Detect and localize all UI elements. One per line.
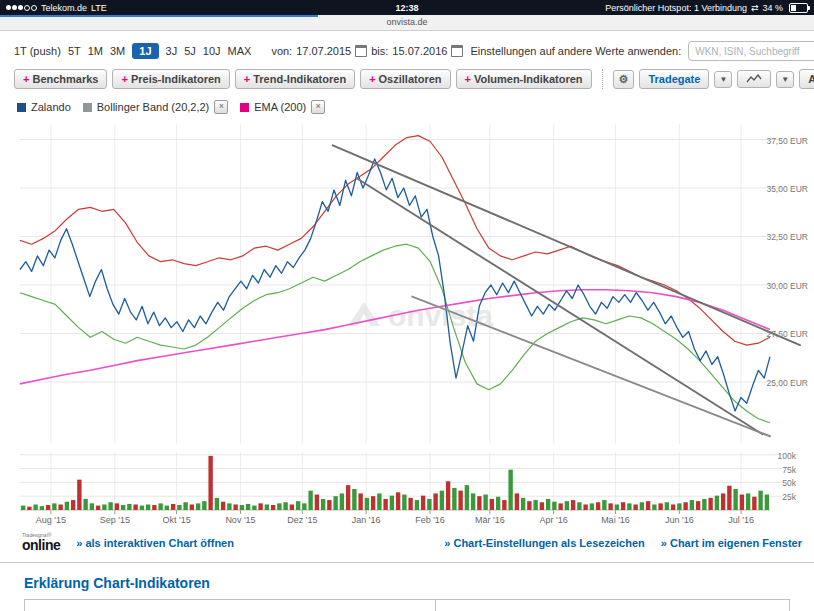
indicator-button-label: Volumen-Indikatoren xyxy=(474,73,583,85)
carrier-label: Telekom.de xyxy=(41,3,87,13)
indicator-button-label: Preis-Indikatoren xyxy=(131,73,221,85)
battery-icon xyxy=(789,3,808,13)
battery-percent-label: 34 % xyxy=(762,3,783,13)
indicator-button-label: Oszillatoren xyxy=(379,73,442,85)
ios-status-bar: Telekom.de LTE 12:38 Persönlicher Hotspo… xyxy=(0,0,814,15)
network-type-label: LTE xyxy=(91,3,107,13)
add-oszillatoren-button[interactable]: +Oszillatoren xyxy=(360,69,450,89)
macd-explain-label: MACD: xyxy=(435,600,789,611)
add-volumen-indikatoren-button[interactable]: +Volumen-Indikatoren xyxy=(456,69,592,89)
legend-label: Zalando xyxy=(31,101,71,113)
legend-item-bollinger-band-20-2-2: Bollinger Band (20,2,2)× xyxy=(83,100,229,114)
chart-range-toolbar: 1T (push)5T1M3M1J3J5J10JMAX von: 17.07.2… xyxy=(0,31,814,64)
range-button-1m[interactable]: 1M xyxy=(88,45,103,57)
calendar-icon[interactable] xyxy=(355,45,367,57)
chart-canvas: onvista xyxy=(16,118,810,526)
range-button-1t-push[interactable]: 1T (push) xyxy=(14,45,61,57)
chart-own-window-link[interactable]: » Chart im eigenen Fenster xyxy=(661,537,802,549)
range-button-3m[interactable]: 3M xyxy=(110,45,125,57)
indicator-button-label: Benchmarks xyxy=(32,73,98,85)
chart-type-button[interactable] xyxy=(737,70,771,88)
signal-strength-icon xyxy=(6,5,37,11)
add-benchmarks-button[interactable]: +Benchmarks xyxy=(14,69,107,89)
exchange-dropdown-arrow[interactable]: ▼ xyxy=(714,71,732,88)
range-button-max[interactable]: MAX xyxy=(228,45,252,57)
hotspot-link-icon: ⇄ xyxy=(751,3,759,13)
range-button-5j[interactable]: 5J xyxy=(184,45,196,57)
indicator-button-label: Trend-Indikatoren xyxy=(253,73,346,85)
indicator-toolbar: +Benchmarks+Preis-Indikatoren+Trend-Indi… xyxy=(0,64,814,93)
bollinger-explain-label: Bollinger Band: xyxy=(25,600,435,611)
settings-gear-button[interactable]: ⚙ xyxy=(613,70,635,89)
onvista-watermark: onvista xyxy=(348,299,493,332)
indicator-explanation-box: Bollinger Band: MACD: xyxy=(24,599,790,611)
legend-swatch xyxy=(17,103,26,112)
plus-icon: + xyxy=(23,73,29,85)
legend-swatch xyxy=(240,103,249,112)
remove-indicator-button[interactable]: × xyxy=(214,100,228,114)
page-load-progress-bar xyxy=(0,15,318,17)
legend-item-ema-200: EMA (200)× xyxy=(240,100,325,114)
range-button-5t[interactable]: 5T xyxy=(68,45,81,57)
page-url[interactable]: onvista.de xyxy=(386,17,427,27)
hotspot-status-label: Persönlicher Hotspot: 1 Verbindung xyxy=(605,3,747,13)
bis-label: bis: xyxy=(371,45,388,57)
chart-footer-links: Tradesignal® online » als interaktiven C… xyxy=(0,526,814,556)
indicator-button-group: +Benchmarks+Preis-Indikatoren+Trend-Indi… xyxy=(14,69,592,89)
add-trend-indikatoren-button[interactable]: +Trend-Indikatoren xyxy=(235,69,355,89)
price-chart: onvista 37,50 EUR35,00 EUR32,50 EUR30,00… xyxy=(16,118,810,526)
plus-icon: + xyxy=(465,73,471,85)
trend-line-mid xyxy=(412,297,770,437)
date-range-group: von: 17.07.2015 bis: 15.07.2016 xyxy=(271,45,463,57)
logo-main-text: online xyxy=(22,538,60,552)
von-label: von: xyxy=(271,45,292,57)
chart-type-dropdown-arrow[interactable]: ▼ xyxy=(776,71,794,88)
range-button-1j[interactable]: 1J xyxy=(132,43,158,59)
plus-icon: + xyxy=(369,73,375,85)
calendar-icon[interactable] xyxy=(451,45,463,57)
plus-icon: + xyxy=(121,73,127,85)
instrument-search-input[interactable] xyxy=(688,41,814,61)
exchange-select-button[interactable]: Tradegate xyxy=(639,69,709,89)
range-button-10j[interactable]: 10J xyxy=(203,45,221,57)
plus-icon: + xyxy=(244,73,250,85)
legend-label: EMA (200) xyxy=(254,101,306,113)
bis-date-value[interactable]: 15.07.2016 xyxy=(392,45,447,57)
add-preis-indikatoren-button[interactable]: +Preis-Indikatoren xyxy=(112,69,229,89)
line-chart-icon xyxy=(746,74,762,84)
section-divider xyxy=(0,562,814,563)
chart-settings-bookmark-link[interactable]: » Chart-Einstellungen als Lesezeichen xyxy=(444,537,645,549)
scale-abs-button[interactable]: Abs xyxy=(799,69,814,89)
von-date-value[interactable]: 17.07.2015 xyxy=(296,45,351,57)
remove-indicator-button[interactable]: × xyxy=(311,100,325,114)
open-interactive-chart-link[interactable]: » als interaktiven Chart öffnen xyxy=(76,537,234,549)
explain-section-heading: Erklärung Chart-Indikatoren xyxy=(24,575,814,591)
range-button-group: 1T (push)5T1M3M1J3J5J10JMAX xyxy=(14,43,251,59)
apply-settings-label: Einstellungen auf andere Werte anwenden: xyxy=(470,45,681,57)
legend-swatch xyxy=(83,103,92,112)
toolbar-divider xyxy=(602,69,603,89)
browser-title-bar[interactable]: onvista.de xyxy=(0,15,814,31)
chart-legend: ZalandoBollinger Band (20,2,2)×EMA (200)… xyxy=(0,93,814,116)
legend-item-zalando: Zalando xyxy=(17,101,71,113)
range-button-3j[interactable]: 3J xyxy=(166,45,178,57)
volume-bars xyxy=(21,456,769,510)
legend-label: Bollinger Band (20,2,2) xyxy=(97,101,210,113)
exchange-label: Tradegate xyxy=(648,73,700,85)
tradesignal-online-logo: Tradesignal® online xyxy=(22,533,60,552)
